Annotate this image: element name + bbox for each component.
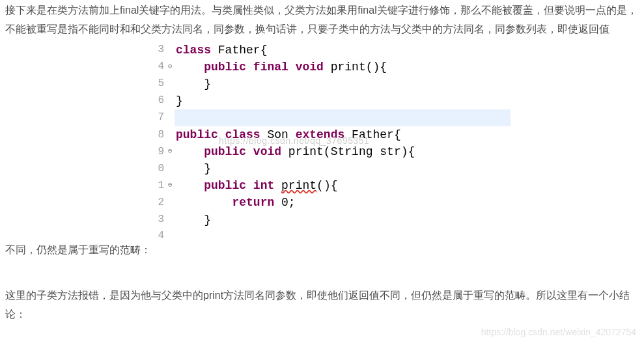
line-number: 6 [154, 93, 168, 108]
line-number: 3 [154, 42, 168, 57]
code-line: 0 } [154, 160, 511, 177]
code-text: public class Son extends Father{ [175, 126, 401, 143]
code-block: https://blog.csdn.net/qq_37695351 3class… [154, 42, 511, 243]
code-line: 5 } [154, 76, 511, 92]
watermark-footer: https://blog.csdn.net/weixin_42072754 [481, 324, 636, 340]
fold-marker: ⊖ [168, 180, 175, 191]
code-line: 2 return 0; [154, 194, 511, 211]
code-line: 3class Father{ [154, 42, 511, 59]
code-line: 8public class Son extends Father{ [154, 126, 511, 143]
line-number: 1 [154, 178, 168, 193]
code-line: 3 } [154, 212, 511, 229]
paragraph-2: 这里的子类方法报错，是因为他与父类中的print方法同名同参数，即使他们返回值不… [5, 286, 639, 324]
code-text: public final void print(){ [175, 59, 387, 76]
line-number: 3 [154, 212, 168, 227]
fold-marker: ⊖ [168, 62, 175, 72]
line-number: 0 [154, 161, 168, 176]
line-number: 4 [154, 229, 168, 243]
line-number: 2 [154, 195, 168, 210]
para1-tail: 不同，仍然是属于重写的范畴： [5, 42, 151, 260]
line-number: 5 [154, 76, 168, 91]
code-text: class Father{ [175, 42, 267, 59]
line-number: 9 [154, 145, 168, 160]
code-text: public int print(){ [175, 177, 337, 194]
line-number: 4 [154, 59, 168, 74]
code-line: 7 [154, 109, 511, 126]
code-line: 4 [154, 229, 511, 243]
code-text: } [175, 76, 211, 92]
para1-leadin: 接下来是在类方法前加上final关键字的用法。与类属性类似，父类方法如果用fin… [5, 5, 637, 35]
code-text [175, 109, 511, 126]
code-text: } [175, 160, 211, 177]
line-number: 8 [154, 128, 168, 143]
code-text: public void print(String str){ [175, 143, 415, 160]
code-text: } [175, 92, 183, 109]
code-line: 6} [154, 92, 511, 109]
code-line: 1⊖ public int print(){ [154, 177, 511, 194]
code-line: 4⊖ public final void print(){ [154, 59, 511, 76]
code-text: } [175, 212, 211, 229]
line-number: 7 [154, 110, 168, 125]
fold-marker: ⊖ [168, 146, 175, 157]
code-text: return 0; [175, 194, 296, 211]
code-line: 9⊖ public void print(String str){ [154, 143, 511, 160]
paragraph-1: 接下来是在类方法前加上final关键字的用法。与类属性类似，父类方法如果用fin… [5, 1, 639, 39]
